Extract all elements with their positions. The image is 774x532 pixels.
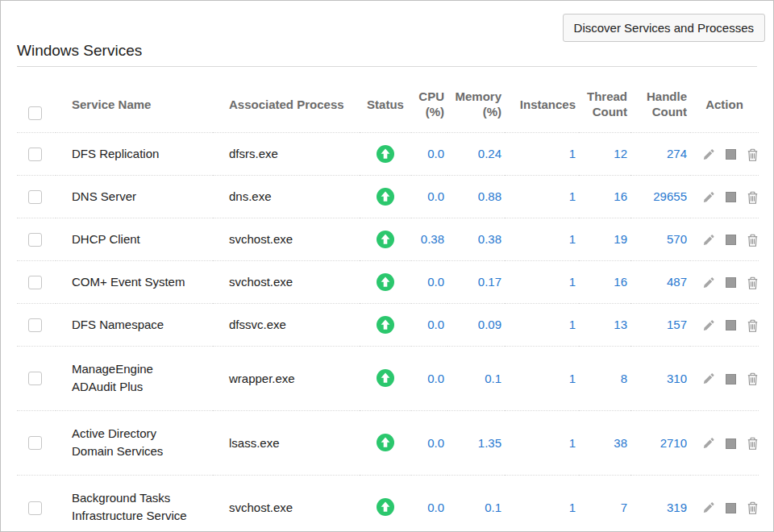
checkbox-cell <box>17 475 56 532</box>
cpu-value[interactable]: 0.0 <box>411 475 447 532</box>
edit-icon[interactable] <box>702 234 715 247</box>
thread-count-value[interactable]: 19 <box>579 218 630 260</box>
action-cell <box>690 346 759 410</box>
stop-icon[interactable] <box>726 503 736 513</box>
service-name-cell: Active Directory Domain Services <box>56 410 213 475</box>
select-all-checkbox[interactable] <box>28 106 42 120</box>
handle-count-value[interactable]: 29655 <box>630 175 690 218</box>
page-title-section: Windows Services <box>17 41 757 67</box>
memory-value[interactable]: 0.17 <box>447 260 505 303</box>
memory-value[interactable]: 0.38 <box>447 218 505 260</box>
instances-value[interactable]: 1 <box>505 303 579 346</box>
stop-icon[interactable] <box>726 438 736 449</box>
associated-process-cell: dns.exe <box>213 175 360 218</box>
delete-icon[interactable] <box>747 501 759 514</box>
row-checkbox[interactable] <box>28 190 42 204</box>
memory-value[interactable]: 1.35 <box>447 410 505 475</box>
instances-value[interactable]: 1 <box>505 410 579 475</box>
service-name-cell: ManageEngine ADAudit Plus <box>56 346 213 410</box>
discover-services-button[interactable]: Discover Services and Processes <box>563 14 765 42</box>
cpu-value[interactable]: 0.38 <box>411 218 447 260</box>
delete-icon[interactable] <box>747 437 759 450</box>
row-checkbox[interactable] <box>28 436 42 450</box>
edit-icon[interactable] <box>702 148 715 161</box>
action-cell <box>690 410 759 475</box>
thread-count-value[interactable]: 8 <box>579 346 630 410</box>
row-checkbox[interactable] <box>28 372 42 385</box>
handle-count-value[interactable]: 274 <box>630 132 690 175</box>
col-header-status: Status <box>360 67 411 132</box>
instances-value[interactable]: 1 <box>505 175 579 218</box>
status-up-icon <box>377 369 394 387</box>
thread-count-value[interactable]: 13 <box>579 303 630 346</box>
cpu-value[interactable]: 0.0 <box>411 132 447 175</box>
delete-icon[interactable] <box>747 276 759 289</box>
memory-value[interactable]: 0.1 <box>447 346 505 410</box>
handle-count-value[interactable]: 2710 <box>630 410 690 475</box>
row-checkbox[interactable] <box>28 233 42 247</box>
memory-value[interactable]: 0.88 <box>447 175 505 218</box>
status-up-icon <box>377 434 394 451</box>
associated-process-cell: svchost.exe <box>213 260 360 303</box>
cpu-value[interactable]: 0.0 <box>411 410 447 475</box>
col-header-action: Action <box>690 67 759 132</box>
handle-count-value[interactable]: 319 <box>630 475 690 532</box>
header-checkbox-cell <box>17 67 56 132</box>
delete-icon[interactable] <box>747 319 759 332</box>
associated-process-cell: dfsrs.exe <box>213 132 360 175</box>
edit-icon[interactable] <box>702 319 715 332</box>
instances-value[interactable]: 1 <box>505 218 579 260</box>
stop-icon[interactable] <box>726 374 736 384</box>
delete-icon[interactable] <box>747 191 759 204</box>
cpu-value[interactable]: 0.0 <box>411 260 447 303</box>
action-cell <box>690 260 759 303</box>
delete-icon[interactable] <box>747 148 759 161</box>
cpu-value[interactable]: 0.0 <box>411 175 447 218</box>
row-checkbox[interactable] <box>28 501 42 515</box>
stop-icon[interactable] <box>726 149 736 160</box>
edit-icon[interactable] <box>702 276 715 289</box>
stop-icon[interactable] <box>726 192 736 202</box>
associated-process-cell: wrapper.exe <box>213 346 360 410</box>
stop-icon[interactable] <box>726 235 736 245</box>
table-header: Service Name Associated Process Status C… <box>17 67 759 132</box>
table-row: DFS Namespace dfssvc.exe 0.0 0.09 1 13 1… <box>17 303 759 346</box>
col-header-instances: Instances <box>505 67 579 132</box>
row-checkbox[interactable] <box>28 318 42 332</box>
handle-count-value[interactable]: 310 <box>630 346 690 410</box>
memory-value[interactable]: 0.24 <box>447 132 505 175</box>
edit-icon[interactable] <box>702 372 715 385</box>
table-row: Background Tasks Infrastructure Service … <box>17 475 759 532</box>
memory-value[interactable]: 0.1 <box>447 475 505 532</box>
memory-value[interactable]: 0.09 <box>447 303 505 346</box>
status-cell <box>360 346 411 410</box>
thread-count-value[interactable]: 12 <box>579 132 630 175</box>
cpu-value[interactable]: 0.0 <box>411 346 447 410</box>
action-cell <box>690 303 759 346</box>
instances-value[interactable]: 1 <box>505 260 579 303</box>
edit-icon[interactable] <box>702 501 715 514</box>
thread-count-value[interactable]: 38 <box>579 410 630 475</box>
delete-icon[interactable] <box>747 372 759 385</box>
row-checkbox[interactable] <box>28 148 42 161</box>
associated-process-cell: dfssvc.exe <box>213 303 360 346</box>
instances-value[interactable]: 1 <box>505 475 579 532</box>
instances-value[interactable]: 1 <box>505 132 579 175</box>
handle-count-value[interactable]: 570 <box>630 218 690 260</box>
col-header-memory: Memory (%) <box>447 67 505 132</box>
handle-count-value[interactable]: 157 <box>630 303 690 346</box>
thread-count-value[interactable]: 7 <box>579 475 630 532</box>
stop-icon[interactable] <box>726 320 736 330</box>
associated-process-cell: lsass.exe <box>213 410 360 475</box>
status-up-icon <box>377 316 394 334</box>
instances-value[interactable]: 1 <box>505 346 579 410</box>
cpu-value[interactable]: 0.0 <box>411 303 447 346</box>
handle-count-value[interactable]: 487 <box>630 260 690 303</box>
thread-count-value[interactable]: 16 <box>579 260 630 303</box>
thread-count-value[interactable]: 16 <box>579 175 630 218</box>
delete-icon[interactable] <box>747 234 759 247</box>
edit-icon[interactable] <box>702 437 715 450</box>
stop-icon[interactable] <box>726 277 736 288</box>
edit-icon[interactable] <box>702 191 715 204</box>
row-checkbox[interactable] <box>28 276 42 289</box>
